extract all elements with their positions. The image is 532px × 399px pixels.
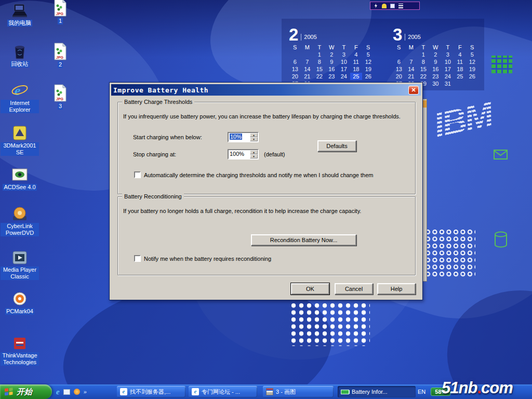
desktop-icon-recycle-bin[interactable]: 回收站 xyxy=(0,43,39,68)
ie-page-icon: e xyxy=(120,388,127,395)
ibm-logo: IBM xyxy=(430,88,527,154)
battery-charge-thresholds-group: Battery Charge Thresholds If you infrequ… xyxy=(117,102,416,194)
improve-battery-health-dialog: Improve Battery Health ✕ Battery Charge … xyxy=(109,82,423,300)
desktop-icon-jpg-1[interactable]: JPG 1 xyxy=(41,0,80,24)
ok-button[interactable]: OK xyxy=(291,283,329,295)
svg-text:JPG: JPG xyxy=(56,56,64,59)
desktop-icon-label: PCMark04 xyxy=(5,308,34,315)
reconditioning-description: If your battery no longer holds a full c… xyxy=(123,208,361,214)
group-title: Battery Reconditioning xyxy=(122,193,184,200)
desktop-icon-powerdvd[interactable]: CyberLink PowerDVD xyxy=(0,206,39,236)
thresholds-description: If you infrequently use battery power, y… xyxy=(123,113,401,119)
recondition-battery-button[interactable]: Recondition Battery Now... xyxy=(251,234,356,246)
desktop-icon-acdsee[interactable]: ACDSee 4.0 xyxy=(0,167,39,191)
toolbar-key-icon[interactable] xyxy=(382,4,387,8)
tray-mini-toolbar[interactable] xyxy=(370,2,420,10)
desktop-icon-media-player-classic[interactable]: Media Player Classic xyxy=(0,250,39,280)
start-button-label: 开始 xyxy=(17,387,32,397)
calendar-february-2005: 22005SMTWTFS1234567891011121314151617181… xyxy=(289,27,375,87)
notify-checkbox[interactable] xyxy=(134,255,141,262)
svg-text:e: e xyxy=(15,83,21,98)
jpg-file-icon: JPG xyxy=(53,43,68,60)
auto-determine-checkbox[interactable] xyxy=(134,171,141,178)
quicklaunch-media-player-icon[interactable] xyxy=(74,389,80,395)
quick-launch-bar: e » xyxy=(56,386,87,397)
desktop-icon-label: ThinkVantage Technologies xyxy=(1,352,39,366)
spin-up-icon[interactable]: ▲ xyxy=(250,150,258,154)
desktop-icon-label: 回收站 xyxy=(10,61,30,68)
media-player-classic-icon xyxy=(11,250,28,265)
svg-text:JPG: JPG xyxy=(56,97,64,101)
quicklaunch-ie-icon[interactable]: e xyxy=(56,388,60,396)
desktop-icon-my-computer[interactable]: 我的电脑 xyxy=(0,3,39,26)
ring-dot-grid-pattern xyxy=(425,229,475,277)
envelope-icon xyxy=(494,150,508,159)
desktop-icon-label: CyberLink PowerDVD xyxy=(1,223,39,236)
start-button[interactable]: 开始 xyxy=(0,384,52,399)
battery-icon xyxy=(341,390,349,394)
task-button-label: 找不到服务器,... xyxy=(130,388,170,396)
toolbar-window-icon[interactable] xyxy=(390,4,395,8)
powerdvd-icon xyxy=(11,206,29,222)
task-button-label: 专门网论坛 - ... xyxy=(202,388,240,396)
stop-charging-value[interactable]: 100% xyxy=(229,150,250,158)
spin-down-icon[interactable]: ▼ xyxy=(250,137,258,141)
svg-text:JPG: JPG xyxy=(56,12,64,16)
spin-up-icon[interactable]: ▲ xyxy=(250,133,258,137)
dialog-body: Battery Charge Thresholds If you infrequ… xyxy=(111,96,421,298)
task-button-paint[interactable]: 3 - 画图 xyxy=(263,386,334,397)
chevron-expand-icon[interactable]: » xyxy=(84,389,87,395)
desktop-icon-jpg-2[interactable]: JPG 2 xyxy=(41,43,80,68)
help-button[interactable]: Help xyxy=(377,283,416,295)
task-button-server-not-found[interactable]: e 找不到服务器,... xyxy=(117,386,185,397)
quicklaunch-show-desktop-icon[interactable] xyxy=(63,389,70,395)
spin-down-icon[interactable]: ▼ xyxy=(250,154,258,158)
3dmark-icon xyxy=(11,126,28,141)
stop-charging-spinner[interactable]: 100% ▲ ▼ xyxy=(228,149,259,159)
desktop-icon-label: ACDSee 4.0 xyxy=(3,184,36,191)
recycle-bin-icon xyxy=(12,43,28,60)
toolbar-lightning-icon[interactable] xyxy=(374,4,378,8)
desktop-icon-label: 3 xyxy=(58,103,63,110)
desktop-icon-jpg-3[interactable]: JPG 3 xyxy=(41,84,80,110)
calendar-march-2005: 32005SMTWTFS1234567891011121314151617181… xyxy=(393,27,478,87)
acdsee-icon xyxy=(11,167,29,183)
paint-icon xyxy=(266,388,273,395)
51nb-watermark: 51nb.com xyxy=(442,379,513,397)
defaults-button[interactable]: Defaults xyxy=(317,140,356,152)
task-button-battery-information[interactable]: Battery Infor... xyxy=(338,386,416,397)
task-button-label: 3 - 画图 xyxy=(276,388,296,396)
desktop-icon-label: 我的电脑 xyxy=(7,20,32,26)
default-note: (default) xyxy=(264,151,285,157)
close-icon[interactable]: ✕ xyxy=(408,86,419,95)
start-charging-spinner[interactable]: 10% ▲ ▼ xyxy=(228,132,259,142)
desktop-icon-label: Media Player Classic xyxy=(1,267,39,280)
auto-determine-checkbox-label: Automatically determine the charging thr… xyxy=(144,172,373,178)
desktop-icon-label: 2 xyxy=(58,61,63,68)
dialog-titlebar[interactable]: Improve Battery Health ✕ xyxy=(111,84,421,96)
desktop-icon-internet-explorer[interactable]: e Internet Explorer xyxy=(0,82,39,113)
desktop-icon-3dmark2001[interactable]: 3DMark2001 SE xyxy=(0,126,39,156)
language-indicator[interactable]: EN xyxy=(418,389,425,395)
notify-checkbox-label: Notify me when the battery requires reco… xyxy=(144,256,271,262)
desktop-icon-thinkvantage[interactable]: ThinkVantage Technologies xyxy=(0,336,39,366)
notify-checkbox-row: Notify me when the battery requires reco… xyxy=(134,255,271,262)
pcmark-icon xyxy=(11,291,29,307)
desktop-icon-label: Internet Explorer xyxy=(1,100,39,113)
desktop: IBM 我的电脑 回收站 e Internet Explorer xyxy=(0,0,532,399)
cancel-button[interactable]: Cancel xyxy=(335,283,373,295)
auto-determine-checkbox-row: Automatically determine the charging thr… xyxy=(134,171,373,178)
spreadsheet-grid-art-icon xyxy=(491,56,512,73)
windows-flag-icon xyxy=(4,388,14,396)
watermark-dot: . xyxy=(477,379,481,397)
dialog-title: Improve Battery Health xyxy=(113,86,208,94)
start-charging-value[interactable]: 10% xyxy=(229,133,250,141)
toolbar-notes-icon[interactable] xyxy=(398,4,403,8)
dot-grid-pattern xyxy=(291,303,370,346)
desktop-icon-pcmark04[interactable]: PCMark04 xyxy=(0,291,39,315)
start-charging-label: Start charging when below: xyxy=(133,134,202,140)
internet-explorer-icon: e xyxy=(11,82,29,99)
stop-charging-label: Stop charging at: xyxy=(133,151,176,157)
task-button-label: Battery Infor... xyxy=(352,389,387,395)
task-button-forum[interactable]: e 专门网论坛 - ... xyxy=(189,386,257,397)
